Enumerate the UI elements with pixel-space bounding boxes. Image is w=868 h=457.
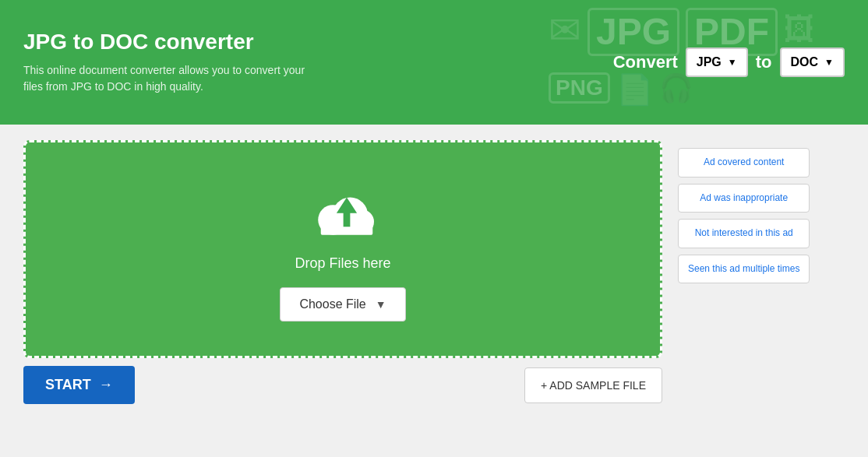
- dropzone-wrapper: Drop Files here Choose File ▼ START → + …: [23, 140, 662, 404]
- page-header: JPG to DOC converter This online documen…: [0, 0, 868, 125]
- from-format-select[interactable]: JPG ▼: [686, 47, 748, 77]
- add-sample-button[interactable]: + ADD SAMPLE FILE: [524, 367, 662, 403]
- ad-not-interested-button[interactable]: Not interested in this ad: [678, 219, 810, 248]
- image-bg-icon: 🖼: [784, 12, 815, 47]
- converter-controls: Convert JPG ▼ to DOC ▼: [613, 47, 845, 77]
- choose-file-button[interactable]: Choose File ▼: [280, 287, 405, 322]
- choose-file-chevron-icon: ▼: [376, 298, 386, 311]
- convert-label: Convert: [613, 52, 678, 72]
- to-format-select[interactable]: DOC ▼: [780, 47, 845, 77]
- doc-file-bg-icon: 📄: [616, 72, 653, 107]
- header-description: This online document converter allows yo…: [23, 62, 319, 95]
- ad-feedback-panel: Ad covered content Ad was inappropriate …: [678, 140, 810, 283]
- ad-seen-multiple-times-button[interactable]: Seen this ad multiple times: [678, 255, 810, 284]
- email-bg-icon: ✉: [549, 8, 581, 53]
- choose-file-label: Choose File: [299, 297, 365, 311]
- header-left: JPG to DOC converter This online documen…: [23, 30, 319, 95]
- to-label: to: [756, 52, 772, 72]
- main-content: Drop Files here Choose File ▼ START → + …: [0, 125, 868, 420]
- from-format-value: JPG: [697, 55, 722, 69]
- add-sample-label: + ADD SAMPLE FILE: [541, 379, 646, 392]
- start-button[interactable]: START →: [23, 366, 135, 404]
- png-bg-icon: PNG: [549, 72, 610, 104]
- bottom-bar: START → + ADD SAMPLE FILE: [23, 366, 662, 404]
- page-title: JPG to DOC converter: [23, 30, 319, 54]
- ad-covered-content-button[interactable]: Ad covered content: [678, 148, 810, 178]
- headphone-bg-icon: 🎧: [659, 72, 693, 104]
- upload-cloud-icon: [312, 189, 374, 240]
- content-area: Drop Files here Choose File ▼ START → + …: [23, 140, 845, 404]
- to-format-chevron-icon: ▼: [824, 57, 834, 68]
- from-format-chevron-icon: ▼: [728, 57, 737, 68]
- ad-inappropriate-button[interactable]: Ad was inappropriate: [678, 184, 810, 213]
- file-dropzone[interactable]: Drop Files here Choose File ▼: [23, 140, 662, 358]
- start-label: START: [45, 377, 91, 393]
- drop-files-text: Drop Files here: [295, 255, 390, 272]
- start-arrow-icon: →: [99, 377, 113, 393]
- to-format-value: DOC: [791, 55, 819, 69]
